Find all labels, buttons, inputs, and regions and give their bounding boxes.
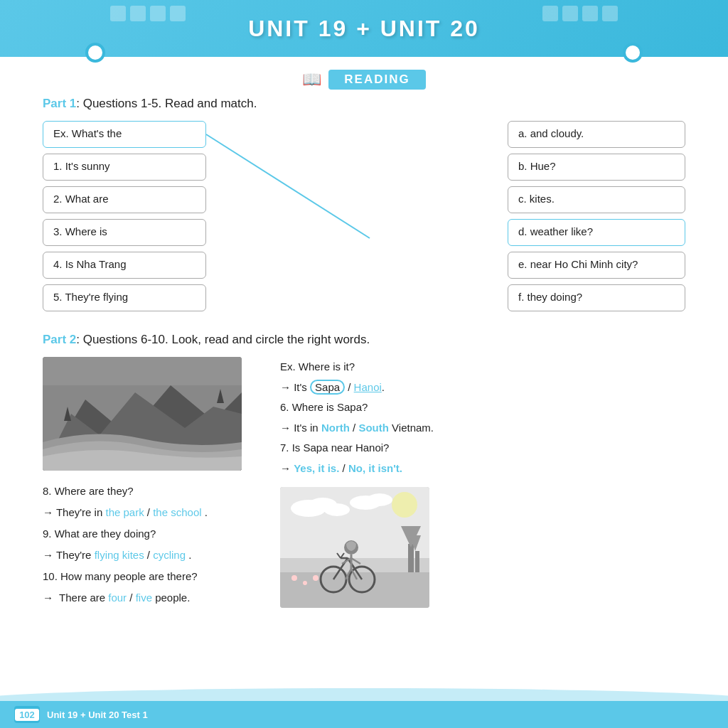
banner-sq <box>582 6 598 21</box>
banner-sq <box>130 6 146 21</box>
match-box-b: b. Hue? <box>508 154 685 181</box>
part2-questions: Ex. Where is it? → It's Sapa / Hanoi. 6.… <box>280 357 685 478</box>
svg-point-9 <box>392 492 417 518</box>
svg-rect-6 <box>43 357 242 385</box>
mountain-svg <box>43 357 242 471</box>
match-box-d: d. weather like? <box>508 219 685 246</box>
main-content: Part 1: Questions 1-5. Read and match. E… <box>0 97 728 609</box>
option-south: South <box>358 422 389 434</box>
q9: 9. What are they doing? <box>43 523 263 545</box>
match-box-5: 5. They're flying <box>43 284 206 311</box>
q10-answer: → There are four / five people. <box>43 587 263 609</box>
banner-sq <box>562 6 578 21</box>
header-title: UNIT 19 + UNIT 20 <box>248 16 480 42</box>
banner-sq <box>170 6 186 21</box>
match-box-1: 1. It's sunny <box>43 154 206 181</box>
banner-sq <box>542 6 558 21</box>
option-hanoi-lined: Hanoi <box>354 381 382 393</box>
q7: 7. Is Sapa near Hanoi? <box>280 438 685 459</box>
part2-layout: 8. Where are they? → They're in the park… <box>43 357 685 609</box>
svg-rect-16 <box>408 544 414 572</box>
match-box-2: 2. What are <box>43 186 206 213</box>
match-box-f: f. they doing? <box>508 284 685 311</box>
part1-header: Part 1: Questions 1-5. Read and match. <box>43 97 685 111</box>
svg-point-14 <box>367 493 392 506</box>
option-park: the park <box>105 506 144 518</box>
reading-badge: READING <box>328 70 425 90</box>
option-yes: Yes, it is. <box>294 462 339 474</box>
svg-point-21 <box>303 581 307 585</box>
part1-label: Part 1 <box>43 97 76 110</box>
match-box-3: 3. Where is <box>43 219 206 246</box>
option-no: No, it isn't. <box>348 462 402 474</box>
qex: Ex. Where is it? <box>280 357 685 378</box>
match-box-e: e. near Ho Chi Minh city? <box>508 252 685 279</box>
part2-instructions: : Questions 6-10. Look, read and circle … <box>76 333 370 346</box>
page-number: 102 <box>15 709 39 721</box>
mountain-image <box>43 357 242 471</box>
q10: 10. How many people are there? <box>43 566 263 587</box>
left-column: Ex. What's the 1. It's sunny 2. What are… <box>43 121 206 311</box>
bottom-questions: 8. Where are they? → They're in the park… <box>43 481 263 609</box>
truck-wheel-left <box>85 43 105 63</box>
svg-point-20 <box>291 575 297 581</box>
q8: 8. Where are they? <box>43 481 263 502</box>
option-four: four <box>108 592 127 604</box>
part2-right: Ex. Where is it? → It's Sapa / Hanoi. 6.… <box>280 357 685 609</box>
match-box-ex: Ex. What's the <box>43 121 206 148</box>
q9-answer: → They're flying kites / cycling . <box>43 545 263 566</box>
svg-rect-18 <box>415 551 419 572</box>
qex-answer: → It's Sapa / Hanoi. <box>280 378 685 398</box>
footer-text: Unit 19 + Unit 20 Test 1 <box>47 710 148 720</box>
option-five: five <box>136 592 152 604</box>
bike-svg <box>280 487 429 608</box>
banner-sq <box>602 6 618 21</box>
svg-point-22 <box>313 575 318 581</box>
q8-answer: → They're in the park / the school . <box>43 502 263 523</box>
part2-header: Part 2: Questions 6-10. Look, read and c… <box>43 333 685 347</box>
match-box-a: a. and cloudy. <box>508 121 685 148</box>
option-north: North <box>321 422 350 434</box>
footer-truck-icon: 102 <box>14 706 40 723</box>
reading-header: 📖 READING <box>0 70 728 90</box>
book-icon: 📖 <box>302 70 321 89</box>
option-sapa-circled: Sapa <box>310 380 345 395</box>
match-box-c: c. kites. <box>508 186 685 213</box>
footer-wave <box>0 688 728 701</box>
header-banner: UNIT 19 + UNIT 20 <box>0 0 728 57</box>
banner-sq <box>110 6 126 21</box>
svg-point-12 <box>324 503 350 516</box>
q6: 6. Where is Sapa? <box>280 397 685 418</box>
right-column: a. and cloudy. b. Hue? c. kites. d. weat… <box>508 121 685 311</box>
truck-wheel-right <box>623 43 643 63</box>
matching-section: Ex. What's the 1. It's sunny 2. What are… <box>43 121 685 311</box>
option-school: the school <box>153 506 201 518</box>
option-cycling: cycling <box>153 549 186 561</box>
svg-line-0 <box>206 134 370 238</box>
q7-answer: → Yes, it is. / No, it isn't. <box>280 459 685 479</box>
option-flying: flying kites <box>95 549 144 561</box>
bike-image <box>280 487 429 608</box>
match-box-4: 4. Is Nha Trang <box>43 252 206 279</box>
banner-squares-right <box>542 6 618 21</box>
banner-squares-left <box>110 6 186 21</box>
part2-label: Part 2 <box>43 333 76 346</box>
part1-instructions: : Questions 1-5. Read and match. <box>76 97 257 110</box>
banner-sq <box>150 6 166 21</box>
footer: 102 Unit 19 + Unit 20 Test 1 <box>0 701 728 728</box>
part2-left: 8. Where are they? → They're in the park… <box>43 357 263 609</box>
q6-answer: → It's in North / South Vietnam. <box>280 418 685 439</box>
